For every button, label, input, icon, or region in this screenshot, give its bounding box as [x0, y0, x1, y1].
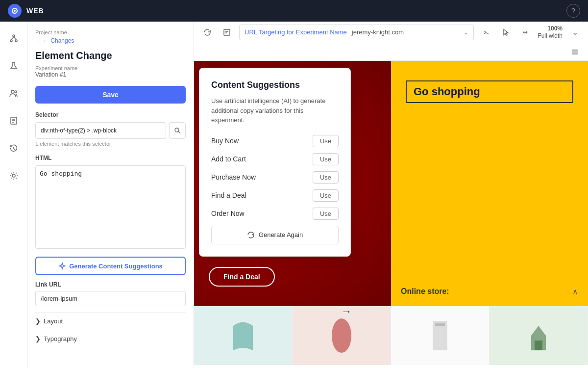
svg-point-2	[10, 40, 12, 42]
svg-rect-15	[224, 29, 230, 35]
typography-section[interactable]: ❯ Typography	[35, 330, 186, 347]
selector-search-button[interactable]	[169, 122, 186, 139]
svg-point-22	[332, 318, 351, 353]
svg-line-14	[178, 131, 180, 133]
suggestion-text-3: Find a Deal	[211, 191, 246, 199]
zoom-mode: Full width	[538, 32, 563, 39]
use-button-2[interactable]: Use	[313, 171, 339, 184]
layout-section[interactable]: ❯ Layout	[35, 312, 186, 330]
go-shopping-button[interactable]: Go shopping	[406, 80, 573, 103]
link-url-input[interactable]	[35, 291, 186, 306]
use-button-0[interactable]: Use	[313, 135, 339, 147]
terminal-icon[interactable]	[479, 25, 493, 40]
typography-chevron-icon: ❯	[35, 335, 41, 342]
left-panel: Project name ← ← Changes Element Change …	[27, 22, 194, 368]
zoom-info: 100% Full width	[538, 25, 563, 39]
url-chevron-icon: ⌄	[463, 28, 468, 36]
pages-toolbar-icon[interactable]	[220, 25, 234, 40]
suggestion-text-2: Purchase Now	[211, 173, 256, 181]
online-store-label: Online store:	[401, 287, 449, 295]
suggestion-row-2: Purchase Now Use	[211, 171, 339, 184]
yellow-promo-card: Go shopping Online store: ∧	[391, 61, 588, 306]
cursor-icon[interactable]	[498, 25, 513, 40]
history-icon[interactable]	[5, 139, 23, 157]
suggestion-text-0: Buy Now	[211, 137, 239, 145]
link-url-label: Link URL	[35, 281, 186, 288]
panel-title: Element Change	[35, 50, 186, 61]
url-domain-text: jeremy-knight.com	[352, 28, 464, 36]
use-button-3[interactable]: Use	[313, 189, 339, 202]
suggestion-row-3: Find a Deal Use	[211, 189, 339, 202]
preview-area: ably celebrating 30 u know them? Purchas…	[194, 43, 588, 368]
generate-again-label: Generate Again	[259, 231, 303, 238]
html-textarea[interactable]: Go shopping	[35, 165, 186, 249]
resize-icon[interactable]	[518, 25, 533, 40]
online-store-toggle-icon[interactable]: ∧	[572, 287, 578, 296]
preview-bottom-grid	[194, 306, 588, 365]
selector-label: Selector	[35, 111, 186, 118]
url-target-text: URL Targeting for Experiment Name	[245, 28, 347, 36]
popup-description: Use artificial intelligence (AI) to gene…	[211, 96, 339, 125]
svg-point-1	[13, 35, 15, 37]
svg-rect-25	[535, 341, 542, 350]
suggestion-row-4: Order Now Use	[211, 208, 339, 220]
svg-point-13	[175, 128, 179, 132]
generate-again-button[interactable]: Generate Again	[211, 226, 339, 244]
generate-content-suggestions-button[interactable]: Generate Content Suggestions	[35, 257, 186, 275]
zoom-chevron-icon[interactable]: ⌄	[567, 25, 582, 40]
use-button-4[interactable]: Use	[313, 208, 339, 220]
svg-point-6	[11, 90, 14, 93]
popup-title: Content Suggestions	[211, 80, 339, 90]
app-title: WEB	[26, 7, 44, 15]
flask-icon[interactable]	[5, 57, 23, 75]
svg-point-0	[14, 10, 16, 12]
thumb-card-3	[391, 306, 490, 365]
layout-label: Layout	[44, 317, 63, 325]
project-name-label: Project name	[35, 29, 186, 35]
url-bar[interactable]: URL Targeting for Experiment Name jeremy…	[239, 25, 474, 40]
content-suggestions-popup: Content Suggestions Use artificial intel…	[199, 68, 351, 257]
popup-overlay: Content Suggestions Use artificial intel…	[199, 68, 351, 257]
selector-input[interactable]	[35, 122, 166, 139]
find-a-deal-button[interactable]: Find a Deal	[209, 267, 275, 287]
svg-rect-24	[435, 323, 445, 326]
nav-right: ?	[566, 4, 580, 18]
menu-icon[interactable]	[567, 45, 582, 59]
use-button-1[interactable]: Use	[313, 153, 339, 165]
help-icon[interactable]: ?	[566, 4, 580, 18]
layout-chevron-icon: ❯	[35, 317, 41, 325]
arrow-indicator: →	[341, 305, 352, 318]
changes-link[interactable]: ← Changes	[43, 37, 74, 44]
pages-icon[interactable]	[5, 112, 23, 130]
toolbar: URL Targeting for Experiment Name jeremy…	[194, 22, 588, 43]
svg-line-4	[11, 37, 14, 40]
suggestion-row-1: Add to Cart Use	[211, 153, 339, 165]
svg-point-12	[12, 174, 15, 177]
typography-label: Typography	[44, 335, 77, 342]
selector-row	[35, 122, 186, 139]
suggestion-text-1: Add to Cart	[211, 155, 246, 163]
svg-point-3	[15, 40, 17, 42]
svg-point-7	[15, 91, 17, 93]
suggestion-row-0: Buy Now Use	[211, 135, 339, 147]
generate-button-label: Generate Content Suggestions	[69, 263, 163, 270]
settings-icon[interactable]	[5, 167, 23, 184]
back-arrow-icon: ←	[35, 37, 41, 44]
suggestion-text-4: Order Now	[211, 210, 245, 217]
thumb-card-4	[490, 306, 588, 365]
zoom-percent: 100%	[538, 25, 563, 32]
refresh-icon[interactable]	[200, 25, 215, 40]
icon-sidebar	[0, 22, 27, 368]
breadcrumb[interactable]: ← ← Changes	[35, 37, 186, 44]
thumb-card-1	[194, 306, 293, 365]
users-icon[interactable]	[5, 84, 23, 102]
experiment-label: Experiment name	[35, 65, 186, 71]
network-icon[interactable]	[5, 29, 23, 47]
svg-line-5	[14, 37, 16, 40]
right-area: URL Targeting for Experiment Name jeremy…	[194, 22, 588, 368]
top-navigation: WEB ?	[0, 0, 588, 22]
online-store-section: Online store: ∧	[401, 287, 578, 296]
preview-header	[194, 43, 588, 61]
selector-match-text: 1 element matches this selector	[35, 141, 186, 147]
save-button[interactable]: Save	[35, 86, 186, 104]
